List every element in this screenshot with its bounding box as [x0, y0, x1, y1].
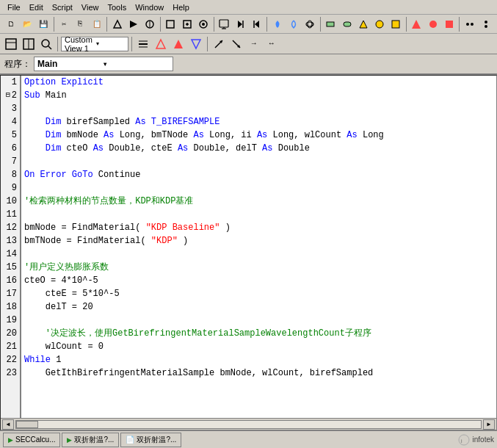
code-line-19	[24, 314, 493, 327]
tb-btn-t[interactable]	[441, 16, 457, 32]
tb-btn-q[interactable]	[388, 16, 404, 32]
line-numbers: 1 ⊟2 3 4 5 6 7 8 9 10 11 12 13 14 15 16 …	[1, 76, 21, 418]
ln-5: 5	[4, 129, 17, 142]
tb-btn-a[interactable]	[109, 16, 125, 32]
tb-btn-f[interactable]	[195, 16, 211, 32]
svg-point-25	[429, 21, 437, 28]
ln-17: 17	[4, 287, 17, 300]
tb2-btn-k[interactable]: ↔	[264, 36, 280, 52]
cut-button[interactable]: ✂	[57, 16, 72, 32]
ln-12: 12	[4, 221, 17, 234]
svg-rect-31	[6, 39, 16, 49]
menu-script[interactable]: Script	[48, 1, 77, 13]
sep-tb2-3	[207, 37, 208, 51]
status-tab-2[interactable]: ▶ 双折射温?...	[62, 433, 119, 447]
ln-num-11: 11	[7, 208, 17, 221]
tb2-btn-f[interactable]	[170, 36, 186, 52]
tb2-btn-h[interactable]	[211, 36, 227, 52]
tb2-btn-b[interactable]	[21, 36, 37, 52]
ln-num-12: 12	[7, 221, 17, 234]
tb-btn-b[interactable]	[126, 16, 141, 32]
ln-7: 7	[4, 155, 17, 168]
menu-file[interactable]: File	[3, 1, 25, 13]
tb2-btn-j[interactable]: →	[246, 36, 262, 52]
ln-num-1: 1	[12, 76, 17, 89]
open-button[interactable]: 📂	[19, 16, 35, 32]
sep2	[106, 17, 107, 32]
svg-rect-10	[220, 20, 228, 27]
tb-btn-j[interactable]	[269, 16, 285, 32]
scroll-thumb[interactable]	[16, 421, 38, 428]
ln-10: 10	[4, 195, 17, 208]
custom-view-dropdown[interactable]: Custom View 1 ▾	[61, 37, 128, 51]
ln-2: ⊟2	[4, 89, 17, 102]
menu-help[interactable]: Help	[168, 1, 194, 13]
status-tab-1[interactable]: ▶ SECCalcu...	[3, 433, 60, 447]
tb2-btn-g[interactable]	[188, 36, 204, 52]
ln-num-8: 8	[12, 168, 17, 181]
tb-btn-r[interactable]	[409, 16, 424, 32]
sep7	[406, 17, 407, 32]
tb2-btn-e[interactable]	[153, 36, 169, 52]
tb-btn-m[interactable]	[323, 16, 338, 32]
infotek-logo-icon: i	[458, 434, 470, 446]
status-tab-1-icon: ▶	[8, 436, 13, 444]
copy-button[interactable]: ⎘	[73, 16, 88, 32]
tb-btn-c[interactable]	[142, 16, 158, 32]
tb-btn-n[interactable]	[339, 16, 355, 32]
status-tab-3-icon: 📄	[126, 436, 134, 444]
svg-rect-4	[167, 21, 174, 28]
ln-8: 8	[4, 168, 17, 181]
scroll-right-button[interactable]: ▶	[483, 419, 495, 430]
tb-btn-u[interactable]	[462, 16, 477, 32]
tb-btn-l[interactable]	[302, 16, 318, 32]
tb-btn-i[interactable]	[249, 16, 264, 32]
ln-14: 14	[4, 248, 17, 261]
menu-view[interactable]: View	[77, 1, 104, 13]
ln-20: 20	[4, 327, 17, 340]
ln-num-19: 19	[7, 314, 17, 327]
tb-btn-k[interactable]	[286, 16, 301, 32]
new-button[interactable]: 🗋	[3, 16, 18, 32]
menu-edit[interactable]: Edit	[25, 1, 48, 13]
status-tab-2-label: 双折射温?...	[74, 435, 114, 445]
status-tab-3[interactable]: 📄 双折射温?...	[120, 433, 181, 447]
ln-num-22: 22	[7, 353, 17, 366]
code-content[interactable]: Option Explicit Sub Main Dim birefSample…	[21, 76, 496, 418]
svg-line-36	[48, 46, 51, 49]
toolbar1: 🗋 📂 💾 ✂ ⎘ 📋	[0, 15, 497, 34]
svg-point-27	[466, 23, 469, 26]
paste-button[interactable]: 📋	[89, 16, 104, 32]
code-line-8: On Error GoTo Continue	[24, 168, 493, 181]
scroll-track[interactable]	[15, 420, 482, 429]
tb-btn-e[interactable]	[179, 16, 195, 32]
ln-11: 11	[4, 208, 17, 221]
ln-num-4: 4	[12, 115, 17, 129]
svg-point-30	[485, 25, 487, 28]
menu-tools[interactable]: Tools	[103, 1, 131, 13]
code-line-12: bmNode = FindMaterial( "KDP Baseline" )	[24, 221, 493, 234]
sep8	[459, 17, 460, 32]
tb2-btn-d[interactable]	[135, 36, 151, 52]
tb-btn-d[interactable]	[163, 16, 178, 32]
tb-btn-h[interactable]	[233, 16, 248, 32]
tb2-btn-a[interactable]	[3, 36, 19, 52]
tb2-btn-c[interactable]	[38, 36, 54, 52]
ln-4: 4	[4, 115, 17, 129]
tb-btn-v[interactable]	[479, 16, 494, 32]
tb-btn-g[interactable]	[217, 16, 232, 32]
program-dropdown[interactable]: Main ▾	[34, 57, 173, 71]
code-line-18: delT = 20	[24, 300, 493, 314]
save-button[interactable]: 💾	[35, 16, 51, 32]
horizontal-scrollbar[interactable]: ◀ ▶	[1, 418, 496, 430]
code-area: 1 ⊟2 3 4 5 6 7 8 9 10 11 12 13 14 15 16 …	[1, 76, 496, 418]
tb2-btn-i[interactable]	[228, 36, 244, 52]
ln-num-2: 2	[12, 89, 17, 102]
tb-btn-p[interactable]	[371, 16, 387, 32]
tb-btn-o[interactable]	[355, 16, 371, 32]
tb-btn-s[interactable]	[425, 16, 440, 32]
ln-num-9: 9	[12, 181, 17, 195]
menu-window[interactable]: Window	[131, 1, 168, 13]
scroll-left-button[interactable]: ◀	[2, 419, 14, 430]
svg-marker-40	[156, 40, 165, 48]
